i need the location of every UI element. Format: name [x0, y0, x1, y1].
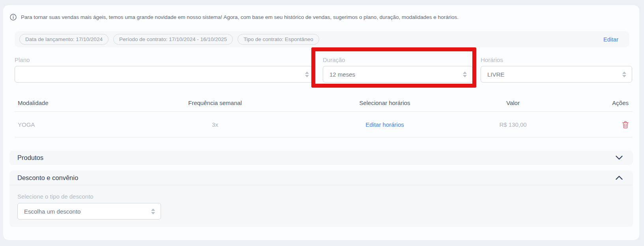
main-card: Para tornar suas vendas mais ágeis, temo… [3, 5, 639, 240]
desconto-section-title: Desconto e convênio [17, 174, 616, 182]
updown-arrows-icon [305, 71, 309, 77]
horarios-field: Horários LIVRE [481, 56, 632, 83]
duracao-label: Duração [323, 56, 473, 63]
duracao-field: Duração 12 meses [323, 56, 473, 83]
chevron-up-icon[interactable] [616, 176, 623, 180]
horarios-label: Horários [481, 56, 632, 63]
chip-contract-period: Período de contrato: 17/10/2024 - 16/10/… [113, 34, 233, 45]
banner-text: Para tornar suas vendas mais ágeis, temo… [21, 14, 459, 20]
discount-type-label: Selecione o tipo de desconto [17, 193, 633, 200]
duracao-select-value: 12 meses [329, 71, 463, 78]
col-header-modalidade: Modalidade [15, 100, 134, 106]
desconto-section-content: Selecione o tipo de desconto Escolha um … [9, 185, 633, 220]
chip-contract-type: Tipo de contrato: Espontâneo [238, 34, 319, 45]
edit-schedules-link[interactable]: Editar horários [365, 121, 404, 128]
plano-field: Plano [15, 56, 315, 83]
chip-launch-date: Data de lançamento: 17/10/2024 [19, 34, 109, 45]
discount-select-value: Escolha um desconto [24, 208, 151, 215]
produtos-section: Produtos [9, 150, 633, 165]
horarios-select[interactable]: LIVRE [481, 66, 632, 83]
cell-valor: R$ 130,00 [474, 121, 552, 128]
produtos-section-header[interactable]: Produtos [9, 150, 633, 165]
plan-form-row: Plano Duração 12 meses Horários LIVRE [15, 56, 632, 83]
info-icon [10, 14, 17, 21]
desconto-section: Desconto e convênio Selecione o tipo de … [9, 171, 633, 227]
table-header-row: Modalidade Frequência semanal Selecionar… [15, 94, 633, 112]
edit-contract-link[interactable]: Editar [603, 36, 618, 43]
col-header-valor: Valor [474, 100, 552, 106]
contract-info-bar: Data de lançamento: 17/10/2024 Período d… [15, 31, 629, 47]
updown-arrows-icon [151, 208, 155, 214]
desconto-section-header[interactable]: Desconto e convênio [9, 171, 633, 185]
updown-arrows-icon [463, 71, 467, 77]
col-header-acoes: Ações [552, 100, 633, 106]
plano-select[interactable] [15, 66, 315, 83]
produtos-section-title: Produtos [17, 154, 616, 161]
discount-select[interactable]: Escolha um desconto [17, 203, 161, 220]
cell-modalidade: YOGA [15, 121, 134, 128]
updown-arrows-icon [622, 71, 626, 77]
col-header-selecionar: Selecionar horários [296, 100, 474, 106]
trash-icon[interactable] [622, 121, 629, 128]
plano-label: Plano [15, 56, 315, 63]
cell-frequencia: 3x [134, 121, 296, 128]
modalities-table: Modalidade Frequência semanal Selecionar… [15, 94, 633, 137]
duracao-select[interactable]: 12 meses [323, 66, 473, 83]
chevron-down-icon[interactable] [616, 156, 623, 160]
info-banner: Para tornar suas vendas mais ágeis, temo… [10, 14, 627, 21]
col-header-frequencia: Frequência semanal [134, 100, 296, 106]
table-row: YOGA 3x Editar horários R$ 130,00 [15, 112, 633, 137]
horarios-select-value: LIVRE [487, 71, 622, 78]
